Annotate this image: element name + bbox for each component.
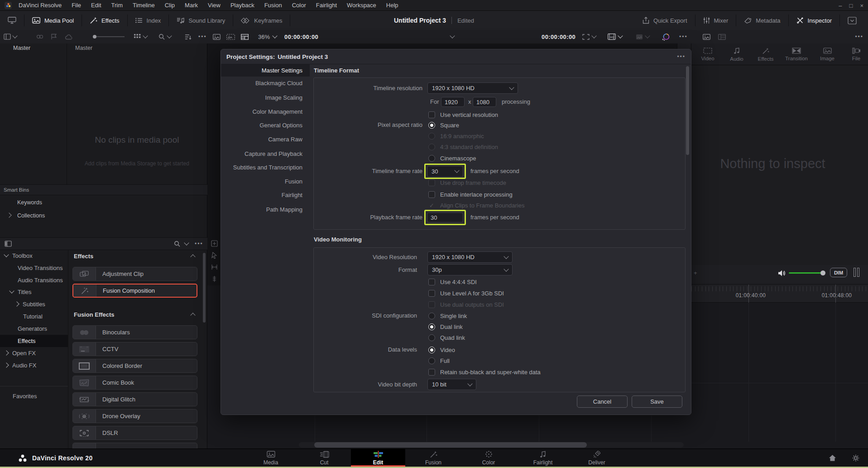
sdi-option-quad-link[interactable]: Quad link xyxy=(428,333,465,342)
page-tab-fusion[interactable]: Fusion xyxy=(406,449,460,467)
tree-item-toolbox[interactable]: Toolbox xyxy=(5,251,33,261)
tree-item-open-fx[interactable]: Open FX xyxy=(5,348,36,358)
fusion-effects-group-header[interactable]: Fusion Effects xyxy=(74,311,197,318)
save-button[interactable]: Save xyxy=(632,396,682,408)
volume-slider-handle[interactable] xyxy=(820,270,825,275)
tree-item-generators[interactable]: Generators xyxy=(18,323,47,333)
tree-item-audio-fx[interactable]: Audio FX xyxy=(5,360,36,370)
grade-bypass-button[interactable] xyxy=(636,30,649,43)
menu-item-fairlight[interactable]: Fairlight xyxy=(311,0,342,11)
smart-bin-collections[interactable]: Collections xyxy=(17,211,45,220)
cloud-sync-icon[interactable] xyxy=(65,30,73,43)
single-viewer-icon[interactable] xyxy=(703,30,710,43)
chevron-up-icon[interactable] xyxy=(190,313,195,318)
gear-icon[interactable] xyxy=(852,454,859,462)
more-options-icon[interactable]: ••• xyxy=(198,30,207,43)
settings-nav-image-scaling[interactable]: Image Scaling xyxy=(220,93,309,103)
data-levels-option-full[interactable]: Full xyxy=(428,356,450,365)
processing-height-field[interactable]: 1080 xyxy=(473,97,496,107)
page-tab-media[interactable]: Media xyxy=(244,449,298,467)
effects-button[interactable]: Effects xyxy=(82,11,127,30)
smart-bins-header[interactable]: Smart Bins xyxy=(0,184,207,195)
volume-slider-track[interactable] xyxy=(789,272,823,274)
page-tab-deliver[interactable]: Deliver xyxy=(570,449,624,467)
tree-item-favorites[interactable]: Favorites xyxy=(13,391,37,401)
effect-card-digital-glitch[interactable]: Digital Glitch xyxy=(72,392,197,406)
timeline-frame-rate-dropdown[interactable]: 30 xyxy=(427,166,463,177)
tree-item-video-transitions[interactable]: Video Transitions xyxy=(18,263,63,273)
settings-nav-fusion[interactable]: Fusion xyxy=(220,177,309,187)
menu-item-playback[interactable]: Playback xyxy=(225,0,259,11)
chevron-up-icon[interactable] xyxy=(190,254,195,259)
effect-card-fusion-composition[interactable]: Fusion Composition xyxy=(72,284,197,298)
use-level-a-option[interactable]: Use Level A for 3Gb SDI xyxy=(428,289,504,298)
tree-item-subtitles[interactable]: Subtitles xyxy=(15,299,45,309)
window-close-button[interactable]: × xyxy=(860,2,863,9)
menu-item-timeline[interactable]: Timeline xyxy=(128,0,160,11)
flag-clip-icon[interactable] xyxy=(51,30,58,43)
thumbnail-view-icon[interactable] xyxy=(213,30,221,43)
timeline-selector-dropdown[interactable] xyxy=(451,30,454,43)
settings-nav-general-options[interactable]: General Options xyxy=(220,121,309,130)
speaker-icon[interactable] xyxy=(778,270,786,277)
playback-frame-rate-field[interactable]: 30 xyxy=(427,212,463,222)
effect-card-colored-border[interactable]: Colored Border xyxy=(72,359,197,373)
effect-card-adjustment-clip[interactable]: Adjustment Clip xyxy=(72,267,197,281)
cancel-button[interactable]: Cancel xyxy=(577,396,628,408)
panel-toggle-icon[interactable] xyxy=(5,241,12,247)
keyframes-button[interactable]: Keyframes xyxy=(233,11,290,30)
storyboard-view-icon[interactable] xyxy=(241,30,249,43)
menu-item-file[interactable]: File xyxy=(67,0,86,11)
settings-nav-capture-playback[interactable]: Capture and Playback xyxy=(220,149,309,159)
page-tab-fairlight[interactable]: Fairlight xyxy=(516,449,570,467)
video-bit-depth-dropdown[interactable]: 10 bit xyxy=(427,379,476,390)
quick-export-button[interactable]: Quick Export xyxy=(635,11,695,30)
inspector-tab-image[interactable]: Image xyxy=(813,43,841,65)
settings-nav-color-management[interactable]: Color Management xyxy=(220,107,309,117)
inspector-tab-video[interactable]: Video xyxy=(694,43,722,65)
panel-expand-button[interactable] xyxy=(840,11,864,30)
video-resolution-dropdown[interactable]: 1920 x 1080 HD xyxy=(427,251,513,263)
tree-item-tutorial[interactable]: Tutorial xyxy=(23,311,43,321)
mixer-button[interactable]: Mixer xyxy=(695,11,736,30)
settings-nav-fairlight[interactable]: Fairlight xyxy=(220,190,309,200)
more-options-icon[interactable]: ••• xyxy=(195,241,203,247)
effects-group-header[interactable]: Effects xyxy=(74,253,197,260)
page-tab-edit[interactable]: Edit xyxy=(351,449,405,467)
smart-bin-keywords[interactable]: Keywords xyxy=(17,198,42,207)
timeline-tool-icon[interactable] xyxy=(211,252,218,259)
effect-card-binoculars[interactable]: Binoculars xyxy=(72,325,197,339)
window-maximize-button[interactable]: □ xyxy=(849,2,853,9)
effect-card-dslr[interactable]: DSLR xyxy=(72,426,197,440)
search-media-button[interactable] xyxy=(158,30,171,43)
use-vertical-resolution-option[interactable]: Use vertical resolution xyxy=(428,110,498,119)
processing-width-field[interactable]: 1920 xyxy=(441,97,465,107)
zoom-level-dropdown[interactable]: 36% xyxy=(258,30,277,43)
menu-item-help[interactable]: Help xyxy=(381,0,403,11)
page-tab-cut[interactable]: Cut xyxy=(297,449,351,467)
more-options-icon[interactable]: ••• xyxy=(679,30,688,43)
effect-card-comic-book[interactable]: Comic Book xyxy=(72,376,197,390)
settings-nav-camera-raw[interactable]: Camera Raw xyxy=(220,135,309,145)
menu-item-app[interactable]: DaVinci Resolve xyxy=(14,0,67,11)
data-levels-option-video[interactable]: Video xyxy=(428,345,455,354)
timeline-tool-icon[interactable] xyxy=(211,240,218,247)
menu-item-edit[interactable]: Edit xyxy=(86,0,106,11)
effects-scrollbar[interactable] xyxy=(203,253,206,323)
tree-item-audio-transitions[interactable]: Audio Transitions xyxy=(18,275,63,285)
color-enhancement-icon[interactable] xyxy=(662,30,670,43)
sound-library-button[interactable]: Sound Library xyxy=(169,11,233,30)
filmstrip-view-icon[interactable] xyxy=(226,30,235,43)
add-track-icon[interactable]: + xyxy=(694,270,697,276)
menu-item-mark[interactable]: Mark xyxy=(180,0,203,11)
settings-nav-master-settings[interactable]: Master Settings xyxy=(220,66,309,76)
page-tab-color[interactable]: Color xyxy=(461,449,516,467)
timeline-scrollbar-thumb[interactable] xyxy=(314,442,587,448)
tree-item-titles[interactable]: Titles xyxy=(10,287,32,297)
metadata-button[interactable]: Metadata xyxy=(736,11,788,30)
menu-item-fusion[interactable]: Fusion xyxy=(259,0,287,11)
menu-item-clip[interactable]: Clip xyxy=(160,0,180,11)
par-option-square[interactable]: Square xyxy=(428,121,459,130)
sdi-option-dual-link[interactable]: Dual link xyxy=(428,322,463,331)
effect-card-cctv[interactable]: CCTV xyxy=(72,342,197,356)
